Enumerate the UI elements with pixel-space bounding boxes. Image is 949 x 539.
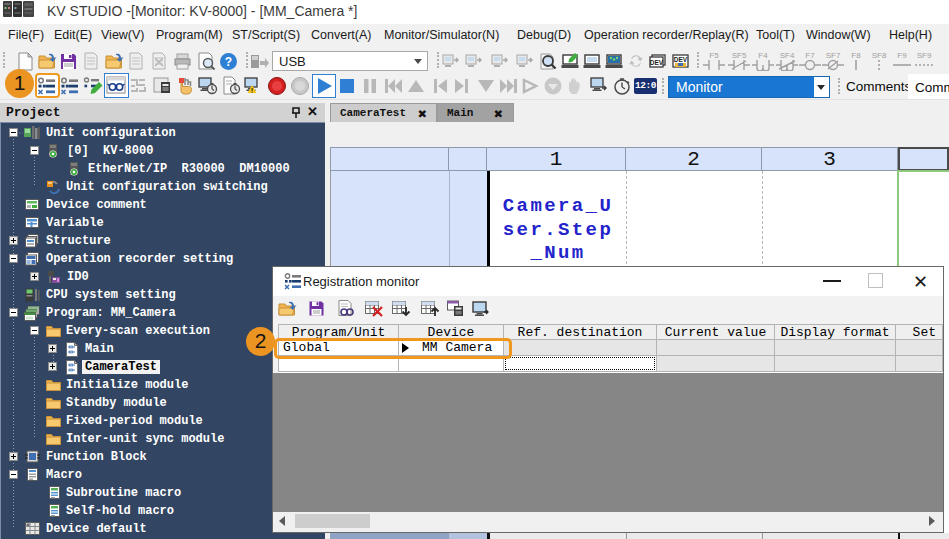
- svg-text:F9: F9: [897, 51, 907, 60]
- svg-text:SF9: SF9: [917, 51, 932, 60]
- svg-text:?: ?: [225, 55, 232, 69]
- svg-text:SF7: SF7: [826, 51, 841, 60]
- svg-text:SF4: SF4: [780, 51, 795, 60]
- svg-text:F4: F4: [758, 51, 768, 60]
- svg-text:F7: F7: [805, 51, 815, 60]
- svg-text:SF5: SF5: [732, 51, 747, 60]
- svg-text:DEV: DEV: [674, 56, 688, 63]
- svg-text:SF8: SF8: [872, 51, 887, 60]
- svg-text:F8: F8: [851, 51, 861, 60]
- svg-text:F5: F5: [709, 51, 719, 60]
- svg-text:DEV: DEV: [650, 59, 664, 66]
